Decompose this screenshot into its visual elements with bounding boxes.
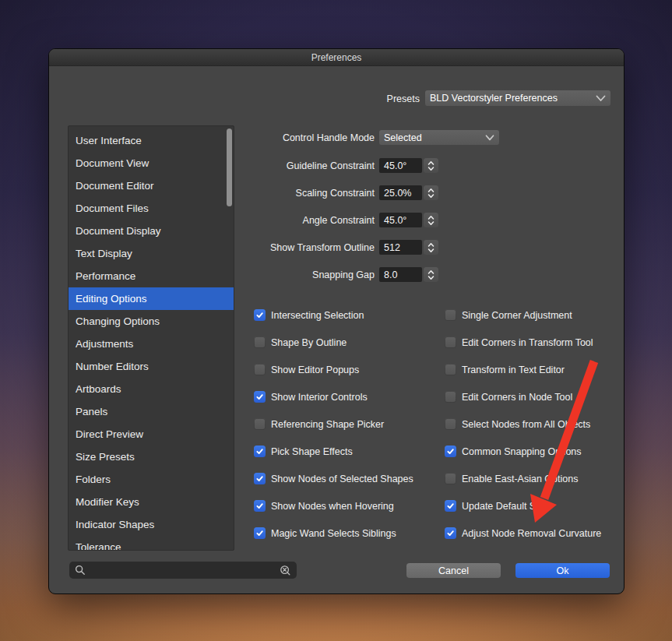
sidebar-item[interactable]: Number Editors	[69, 355, 234, 378]
checkbox[interactable]	[445, 309, 456, 321]
angle-constraint-value: 45.0°	[384, 215, 406, 226]
presets-value: BLD Vectorstyler Preferences	[430, 93, 593, 104]
checkbox[interactable]	[254, 446, 266, 457]
snapping-gap-stepper[interactable]	[424, 267, 438, 282]
checkbox-label: Referencing Shape Picker	[271, 419, 384, 430]
checkbox[interactable]	[445, 446, 456, 457]
stepper-arrows-icon	[427, 160, 435, 172]
sidebar-item[interactable]: Indicator Shapes	[69, 513, 234, 536]
sidebar-item[interactable]: Tolerance	[69, 536, 234, 551]
checkbox-label: Pick Shape Effects	[271, 446, 353, 457]
checkbox[interactable]	[445, 364, 456, 375]
ok-button[interactable]: Ok	[515, 563, 610, 578]
form-row-control-handle-mode: Control Handle Mode Selected	[49, 130, 625, 145]
presets-dropdown[interactable]: BLD Vectorstyler Preferences	[425, 90, 610, 106]
angle-constraint-field[interactable]: 45.0°	[379, 213, 422, 227]
clear-search-icon[interactable]	[280, 565, 291, 576]
show-transform-outline-stepper[interactable]	[424, 240, 438, 255]
checkbox[interactable]	[254, 391, 266, 403]
window-title: Preferences	[311, 52, 362, 63]
checkbox-row[interactable]: Transform in Text Editor	[445, 356, 601, 383]
checkbox[interactable]	[445, 473, 456, 484]
checkbox-column-left: Intersecting Selection Shape By Outline …	[254, 301, 413, 547]
checkmark-icon	[255, 474, 264, 483]
guideline-constraint-field[interactable]: 45.0°	[379, 158, 422, 173]
show-transform-outline-field[interactable]: 512	[379, 240, 422, 255]
sidebar-item[interactable]: Modifier Keys	[69, 491, 234, 513]
scaling-constraint-stepper[interactable]	[424, 185, 438, 200]
sidebar-item[interactable]: Direct Preview	[69, 423, 234, 446]
checkbox-row[interactable]: Enable East-Asian Options	[445, 465, 601, 492]
sidebar-item[interactable]: Folders	[69, 468, 234, 491]
search-input[interactable]	[90, 564, 276, 576]
checkbox-label: Intersecting Selection	[271, 310, 364, 321]
checkmark-icon	[255, 502, 264, 510]
checkbox-label: Magic Wand Selects Siblings	[271, 528, 396, 539]
checkbox-row[interactable]: Pick Shape Effects	[254, 438, 413, 465]
checkbox[interactable]	[445, 500, 456, 512]
checkbox[interactable]	[254, 527, 266, 539]
scaling-constraint-field[interactable]: 25.0%	[379, 185, 422, 200]
checkbox-row[interactable]: Edit Corners in Transform Tool	[445, 329, 601, 356]
cancel-button[interactable]: Cancel	[406, 563, 501, 578]
angle-constraint-label: Angle Constraint	[49, 215, 379, 226]
sidebar-item[interactable]: Changing Options	[69, 310, 234, 333]
checkbox-row[interactable]: Single Corner Adjustment	[445, 301, 601, 329]
presets-label: Presets	[387, 93, 420, 104]
checkbox-label: Edit Corners in Node Tool	[462, 392, 572, 403]
form-row-scaling-constraint: Scaling Constraint 25.0%	[49, 185, 625, 200]
checkbox-label: Edit Corners in Transform Tool	[462, 337, 593, 348]
form-row-snapping-gap: Snapping Gap 8.0	[49, 267, 625, 282]
guideline-constraint-label: Guideline Constraint	[49, 160, 379, 171]
checkbox-label: Common Snapping Options	[462, 446, 582, 457]
checkbox-row[interactable]: Shape By Outline	[254, 329, 413, 356]
checkbox[interactable]	[254, 364, 266, 375]
checkbox[interactable]	[254, 309, 266, 321]
checkmark-icon	[255, 447, 264, 456]
checkbox[interactable]	[254, 473, 266, 484]
checkbox[interactable]	[445, 336, 456, 348]
checkbox-label: Show Nodes of Selected Shapes	[271, 474, 413, 484]
scaling-constraint-value: 25.0%	[384, 188, 411, 199]
angle-constraint-stepper[interactable]	[424, 213, 438, 227]
checkbox[interactable]	[254, 418, 266, 430]
checkbox-row[interactable]: Show Interior Controls	[254, 383, 413, 410]
preferences-dialog: Preferences Presets BLD Vectorstyler Pre…	[48, 48, 625, 594]
sidebar-item[interactable]: Size Presets	[69, 446, 234, 468]
checkbox[interactable]	[254, 336, 266, 348]
checkbox[interactable]	[254, 500, 266, 512]
checkbox-row[interactable]: Show Nodes of Selected Shapes	[254, 465, 413, 492]
checkbox-row[interactable]: Intersecting Selection	[254, 301, 413, 329]
checkbox[interactable]	[445, 527, 456, 539]
checkbox-label: Update Default Style	[462, 501, 551, 512]
stepper-arrows-icon	[427, 187, 435, 199]
checkbox-row[interactable]: Adjust Node Removal Curvature	[445, 519, 601, 547]
ok-button-label: Ok	[557, 565, 569, 576]
checkbox-row[interactable]: Edit Corners in Node Tool	[445, 383, 601, 410]
checkbox-row[interactable]: Show Editor Popups	[254, 356, 413, 383]
search-field[interactable]	[69, 562, 297, 579]
checkbox-row[interactable]: Magic Wand Selects Siblings	[254, 519, 413, 547]
checkbox-row[interactable]: Select Nodes from All Objects	[445, 410, 601, 438]
snapping-gap-field[interactable]: 8.0	[379, 267, 422, 282]
guideline-constraint-stepper[interactable]	[424, 158, 438, 173]
control-handle-mode-select[interactable]: Selected	[379, 130, 499, 145]
checkbox-row[interactable]: Referencing Shape Picker	[254, 410, 413, 438]
checkbox-row[interactable]: Update Default Style	[445, 492, 601, 519]
checkbox-label: Show Nodes when Hovering	[271, 501, 394, 512]
checkbox-row[interactable]: Common Snapping Options	[445, 438, 601, 465]
sidebar-item[interactable]: Adjustments	[69, 333, 234, 355]
checkbox[interactable]	[445, 418, 456, 430]
checkmark-icon	[255, 311, 264, 319]
checkmark-icon	[446, 447, 455, 456]
checkbox-label: Enable East-Asian Options	[462, 474, 578, 484]
sidebar-item[interactable]: Panels	[69, 400, 234, 423]
checkbox-row[interactable]: Show Nodes when Hovering	[254, 492, 413, 519]
sidebar-item[interactable]: Editing Options	[69, 287, 234, 310]
show-transform-outline-label: Show Transform Outline	[49, 242, 379, 253]
show-transform-outline-value: 512	[384, 242, 400, 253]
form-row-guideline-constraint: Guideline Constraint 45.0°	[49, 158, 625, 173]
checkbox[interactable]	[445, 391, 456, 403]
window-titlebar[interactable]: Preferences	[49, 49, 624, 66]
sidebar-item[interactable]: Artboards	[69, 378, 234, 400]
